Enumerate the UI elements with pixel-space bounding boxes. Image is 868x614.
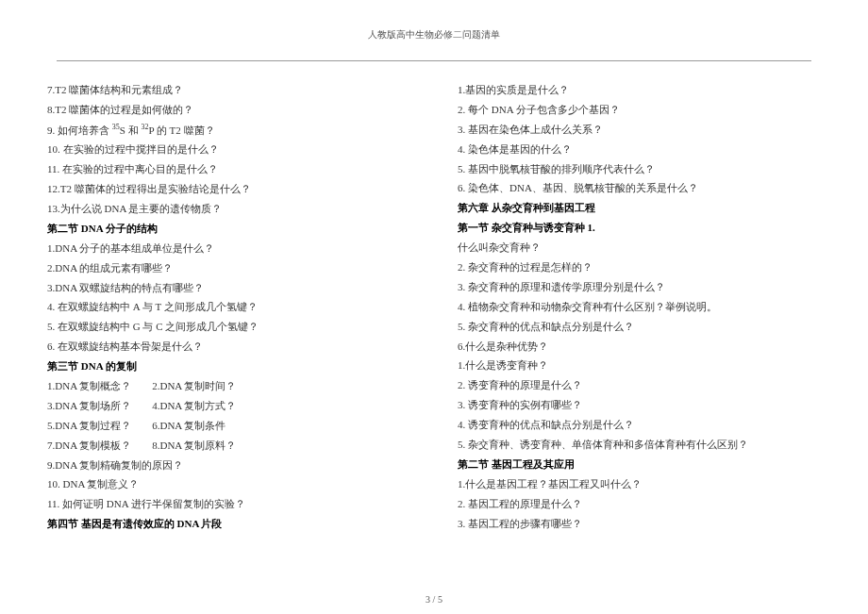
section-title: 第二节 DNA 分子的结构 <box>47 219 410 239</box>
question-line: 2. 基因工程的原理是什么？ <box>458 494 821 514</box>
question-line: 3.DNA 双螺旋结构的特点有哪些？ <box>47 278 410 298</box>
question-line: 4. 染色体是基因的什么？ <box>458 140 821 159</box>
question-line: 8.T2 噬菌体的过程是如何做的？ <box>47 100 410 120</box>
question-line: 1.DNA 复制概念？ 2.DNA 复制时间？ <box>47 376 410 396</box>
question-line: 2. 杂交育种的过程是怎样的？ <box>458 257 821 277</box>
page-footer: 3 / 5 <box>0 594 868 605</box>
question-line: 什么叫杂交育种？ <box>458 238 821 257</box>
question-line: 2. 诱变育种的原理是什么？ <box>458 375 821 395</box>
header-divider <box>57 60 811 61</box>
question-line: 2. 每个 DNA 分子包含多少个基因？ <box>458 100 821 120</box>
question-line: 12.T2 噬菌体的过程得出是实验结论是什么？ <box>47 179 410 199</box>
question-line: 1.基因的实质是是什么？ <box>458 80 821 100</box>
question-line: 9. 如何培养含 35S 和 32P 的 T2 噬菌？ <box>47 120 410 141</box>
right-column: 1.基因的实质是是什么？2. 每个 DNA 分子包含多少个基因？3. 基因在染色… <box>458 80 821 534</box>
question-line: 6. 在双螺旋结构基本骨架是什么？ <box>47 337 410 357</box>
question-line: 4. 在双螺旋结构中 A 与 T 之间形成几个氢键？ <box>47 297 410 317</box>
question-line: 5. 杂交育种、诱变育种、单倍体育种和多倍体育种有什么区别？ <box>458 435 821 455</box>
question-line: 5. 杂交育种的优点和缺点分别是什么？ <box>458 317 821 337</box>
question-line: 3.DNA 复制场所？ 4.DNA 复制方式？ <box>47 396 410 416</box>
content-area: 7.T2 噬菌体结构和元素组成？8.T2 噬菌体的过程是如何做的？9. 如何培养… <box>47 80 821 534</box>
question-line: 1.什么是诱变育种？ <box>458 356 821 375</box>
question-line: 9.DNA 复制精确复制的原因？ <box>47 456 410 475</box>
section-title: 第二节 基因工程及其应用 <box>458 455 821 474</box>
question-line: 13.为什么说 DNA 是主要的遗传物质？ <box>47 199 410 219</box>
question-line: 4. 诱变育种的优点和缺点分别是什么？ <box>458 415 821 435</box>
question-line: 1.DNA 分子的基本组成单位是什么？ <box>47 239 410 258</box>
left-column: 7.T2 噬菌体结构和元素组成？8.T2 噬菌体的过程是如何做的？9. 如何培养… <box>47 80 410 534</box>
question-line: 3. 诱变育种的实例有哪些？ <box>458 395 821 415</box>
question-line: 11. 在实验的过程中离心目的是什么？ <box>47 159 410 179</box>
question-line: 2.DNA 的组成元素有哪些？ <box>47 258 410 278</box>
section-title: 第三节 DNA 的复制 <box>47 357 410 376</box>
question-line: 7.T2 噬菌体结构和元素组成？ <box>47 80 410 100</box>
section-title: 第四节 基因是有遗传效应的 DNA 片段 <box>47 514 410 534</box>
question-line: 6. 染色体、DNA、基因、脱氧核苷酸的关系是什么？ <box>458 178 821 198</box>
question-line: 1.什么是基因工程？基因工程又叫什么？ <box>458 474 821 494</box>
question-line: 7.DNA 复制模板？ 8.DNA 复制原料？ <box>47 436 410 456</box>
question-line: 5. 基因中脱氧核苷酸的排列顺序代表什么？ <box>458 159 821 179</box>
question-line: 3. 杂交育种的原理和遗传学原理分别是什么？ <box>458 277 821 297</box>
document-header: 人教版高中生物必修二问题清单 <box>47 28 821 46</box>
section-title: 第六章 从杂交育种到基因工程 <box>458 198 821 218</box>
question-line: 3. 基因在染色体上成什么关系？ <box>458 120 821 140</box>
section-title: 第一节 杂交育种与诱变育种 1. <box>458 218 821 238</box>
question-line: 5. 在双螺旋结构中 G 与 C 之间形成几个氢键？ <box>47 317 410 337</box>
question-line: 10. DNA 复制意义？ <box>47 474 410 494</box>
question-line: 4. 植物杂交育种和动物杂交育种有什么区别？举例说明。 <box>458 297 821 317</box>
question-line: 3. 基因工程的步骤有哪些？ <box>458 514 821 534</box>
question-line: 11. 如何证明 DNA 进行半保留复制的实验？ <box>47 494 410 514</box>
question-line: 6.什么是杂种优势？ <box>458 337 821 357</box>
question-line: 5.DNA 复制过程？ 6.DNA 复制条件 <box>47 416 410 436</box>
question-line: 10. 在实验的过程中搅拌目的是什么？ <box>47 140 410 159</box>
